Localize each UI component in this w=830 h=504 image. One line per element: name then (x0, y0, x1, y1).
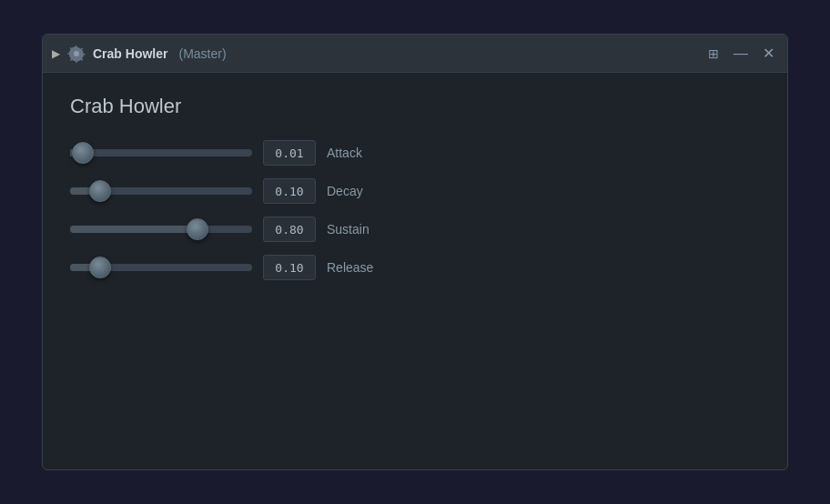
param-label-attack: Attack (327, 146, 381, 160)
param-label-sustain: Sustain (327, 222, 381, 237)
slider-thumb-decay[interactable] (89, 180, 111, 202)
slider-track-sustain (70, 226, 252, 233)
plugin-title: Crab Howler (70, 95, 760, 118)
slider-row-release: 0.10Release (70, 255, 760, 280)
value-box-sustain[interactable]: 0.80 (263, 217, 316, 242)
plugin-window: ▶ Crab Howler (Master) ⊞ — ✕ Crab Howler… (42, 34, 788, 470)
slider-row-sustain: 0.80Sustain (70, 217, 760, 242)
close-button[interactable]: ✕ (759, 43, 778, 64)
window-title: Crab Howler (93, 46, 167, 61)
slider-thumb-attack[interactable] (72, 142, 94, 164)
slider-decay[interactable] (70, 178, 252, 204)
gear-icon[interactable] (67, 45, 86, 63)
content-area: Crab Howler 0.01Attack0.10Decay0.80Susta… (43, 73, 787, 469)
slider-attack[interactable] (70, 140, 252, 166)
minimize-button[interactable]: — (730, 44, 752, 64)
slider-fill-sustain (70, 226, 203, 233)
slider-row-attack: 0.01Attack (70, 140, 760, 166)
slider-track-attack (70, 149, 252, 156)
slider-release[interactable] (70, 255, 252, 280)
titlebar: ▶ Crab Howler (Master) ⊞ — ✕ (43, 35, 787, 73)
slider-sustain[interactable] (70, 217, 252, 242)
slider-thumb-sustain[interactable] (187, 218, 208, 240)
master-label: (Master) (178, 46, 226, 61)
value-box-release[interactable]: 0.10 (263, 255, 316, 280)
param-label-release: Release (327, 260, 381, 275)
param-label-decay: Decay (327, 184, 381, 198)
slider-row-decay: 0.10Decay (70, 178, 760, 204)
slider-thumb-release[interactable] (89, 257, 111, 278)
collapse-arrow-icon[interactable]: ▶ (52, 47, 60, 60)
grid-icon[interactable]: ⊞ (704, 45, 723, 63)
titlebar-controls: ⊞ — ✕ (704, 43, 778, 64)
value-box-attack[interactable]: 0.01 (263, 140, 316, 166)
sliders-container: 0.01Attack0.10Decay0.80Sustain0.10Releas… (70, 140, 760, 280)
value-box-decay[interactable]: 0.10 (263, 178, 316, 204)
titlebar-left: ▶ Crab Howler (Master) (52, 45, 704, 63)
